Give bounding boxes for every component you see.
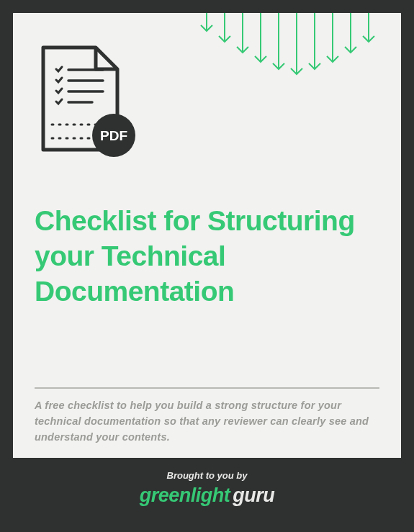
decorative-arrows-icon <box>199 13 387 85</box>
logo-primary: greenlight <box>140 484 230 506</box>
file-icon: PDF <box>35 42 143 164</box>
document-inner: PDF Checklist for Structuring your Techn… <box>13 13 401 519</box>
document-title: Checklist for Structuring your Technical… <box>35 204 379 309</box>
pdf-badge-label: PDF <box>100 128 127 143</box>
divider <box>35 387 379 389</box>
document-page: PDF Checklist for Structuring your Techn… <box>0 0 414 532</box>
footer-label: Brought to you by <box>167 470 248 481</box>
logo-secondary: guru <box>233 484 274 506</box>
pdf-document-icon: PDF <box>35 42 143 164</box>
brand-logo: greenlightguru <box>140 484 275 507</box>
document-subtitle: A free checklist to help you build a str… <box>35 398 372 445</box>
footer: Brought to you by greenlightguru <box>13 458 401 519</box>
